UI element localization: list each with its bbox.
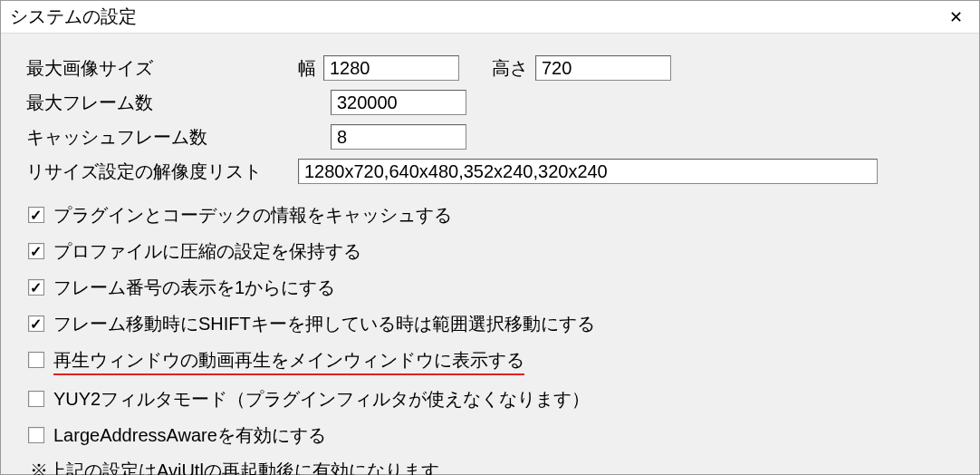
system-settings-window: システムの設定 ✕ 最大画像サイズ 幅 高さ 最大フレーム数 キャッシュフレーム… [0, 0, 980, 475]
checkbox-label-laa[interactable]: LargeAddressAwareを有効にする [53, 422, 326, 448]
check-row-yuy2: YUY2フィルタモード（プラグインフィルタが使えなくなります） [28, 386, 975, 412]
close-icon: ✕ [949, 7, 963, 27]
input-cache-frames[interactable] [331, 124, 466, 150]
input-height[interactable] [535, 55, 671, 81]
input-max-frames[interactable] [331, 90, 466, 115]
check-row-shift-range: フレーム移動時にSHIFTキーを押している時は範囲選択移動にする [28, 311, 975, 336]
checkboxes-section: プラグインとコーデックの情報をキャッシュする プロファイルに圧縮の設定を保持する… [26, 202, 975, 475]
check-row-laa: LargeAddressAwareを有効にする [28, 422, 975, 448]
checkbox-keep-compress[interactable] [28, 243, 44, 259]
label-height: 高さ [492, 56, 528, 81]
checkbox-label-keep-compress[interactable]: プロファイルに圧縮の設定を保持する [53, 238, 361, 264]
checkbox-cache-plugin[interactable] [28, 207, 44, 223]
label-resize-list: リサイズ設定の解像度リスト [26, 160, 298, 184]
input-resize-list[interactable] [298, 159, 878, 184]
checkbox-label-play-in-main[interactable]: 再生ウィンドウの動画再生をメインウィンドウに表示する [53, 347, 524, 375]
label-width: 幅 [298, 56, 316, 81]
window-title: システムの設定 [10, 5, 137, 29]
checkbox-shift-range[interactable] [28, 315, 44, 332]
check-row-frame-from-one: フレーム番号の表示を1からにする [28, 275, 975, 300]
input-width[interactable] [323, 55, 459, 81]
row-max-image-size: 最大画像サイズ 幅 高さ [26, 55, 975, 81]
label-max-image-size: 最大画像サイズ [26, 56, 298, 81]
content-area: 最大画像サイズ 幅 高さ 最大フレーム数 キャッシュフレーム数 リサイズ設定の解… [1, 34, 979, 475]
label-max-frames: 最大フレーム数 [26, 91, 298, 115]
checkbox-label-yuy2[interactable]: YUY2フィルタモード（プラグインフィルタが使えなくなります） [53, 386, 590, 412]
row-cache-frames: キャッシュフレーム数 [26, 124, 975, 150]
restart-note: ※上記の設定はAviUtlの再起動後に有効になります [28, 459, 975, 475]
check-row-play-in-main: 再生ウィンドウの動画再生をメインウィンドウに表示する [28, 347, 975, 375]
row-resize-list: リサイズ設定の解像度リスト [26, 159, 975, 184]
titlebar: システムの設定 ✕ [1, 1, 979, 34]
checkbox-laa[interactable] [28, 427, 44, 443]
close-button[interactable]: ✕ [936, 3, 975, 32]
row-max-frames: 最大フレーム数 [26, 90, 975, 115]
check-row-cache-plugin: プラグインとコーデックの情報をキャッシュする [28, 202, 975, 228]
checkbox-label-shift-range[interactable]: フレーム移動時にSHIFTキーを押している時は範囲選択移動にする [53, 311, 595, 336]
checkbox-label-cache-plugin[interactable]: プラグインとコーデックの情報をキャッシュする [53, 202, 452, 228]
checkbox-play-in-main[interactable] [28, 352, 44, 368]
checkbox-yuy2[interactable] [28, 391, 44, 407]
check-row-keep-compress: プロファイルに圧縮の設定を保持する [28, 238, 975, 264]
checkbox-label-frame-from-one[interactable]: フレーム番号の表示を1からにする [53, 275, 335, 300]
label-cache-frames: キャッシュフレーム数 [26, 125, 298, 150]
checkbox-frame-from-one[interactable] [28, 279, 44, 296]
